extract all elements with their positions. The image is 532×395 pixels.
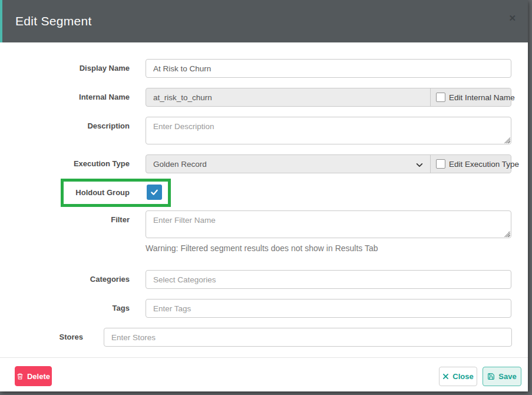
close-icon[interactable]: ✕ xyxy=(508,14,516,22)
delete-button[interactable]: Delete xyxy=(15,366,52,386)
execution-type-label: Execution Type xyxy=(0,159,130,168)
modal-title: Edit Segment xyxy=(15,14,92,28)
delete-button-label: Delete xyxy=(27,372,50,381)
check-icon xyxy=(150,187,159,197)
edit-execution-type-addon: Edit Execution Type xyxy=(430,155,511,173)
chevron-down-icon xyxy=(415,161,424,169)
description-textarea[interactable] xyxy=(146,117,511,144)
stores-input[interactable] xyxy=(104,328,512,347)
categories-input[interactable] xyxy=(146,270,511,289)
stores-label: Stores xyxy=(0,333,83,341)
tags-input[interactable] xyxy=(146,299,511,318)
edit-execution-type-checkbox[interactable] xyxy=(436,159,445,169)
edit-execution-type-label: Edit Execution Type xyxy=(449,160,519,169)
close-button[interactable]: Close xyxy=(439,367,477,386)
internal-name-label: Internal Name xyxy=(0,93,130,101)
save-icon xyxy=(487,373,495,380)
holdout-group-label: Holdout Group xyxy=(0,188,130,197)
close-button-label: Close xyxy=(452,372,473,381)
execution-type-group: Golden Record Edit Execution Type xyxy=(146,154,511,173)
save-button-label: Save xyxy=(498,372,516,381)
filter-label: Filter xyxy=(0,215,130,224)
display-name-label: Display Name xyxy=(0,64,130,73)
display-name-input[interactable] xyxy=(146,59,511,78)
internal-name-group: at_risk_to_churn Edit Internal Name xyxy=(146,88,511,107)
edit-internal-name-label: Edit Internal Name xyxy=(449,93,515,102)
modal-footer: Delete Close Save xyxy=(0,357,528,391)
modal-header: Edit Segment ✕ xyxy=(0,0,528,42)
filter-warning-text: Warning: Filtered segment results does n… xyxy=(146,243,378,253)
edit-segment-modal: Edit Segment ✕ Display Name Internal Nam… xyxy=(0,0,528,391)
filter-textarea[interactable] xyxy=(146,210,511,238)
edit-internal-name-checkbox[interactable] xyxy=(436,93,445,102)
x-icon xyxy=(442,373,449,380)
internal-name-value: at_risk_to_churn xyxy=(146,93,212,102)
save-button[interactable]: Save xyxy=(483,367,521,386)
trash-icon xyxy=(16,373,24,380)
categories-label: Categories xyxy=(0,275,130,284)
holdout-group-checkbox[interactable] xyxy=(147,185,162,200)
execution-type-select[interactable]: Golden Record xyxy=(146,160,207,169)
description-label: Description xyxy=(0,121,130,130)
edit-internal-name-addon: Edit Internal Name xyxy=(430,88,511,106)
tags-label: Tags xyxy=(0,304,130,312)
